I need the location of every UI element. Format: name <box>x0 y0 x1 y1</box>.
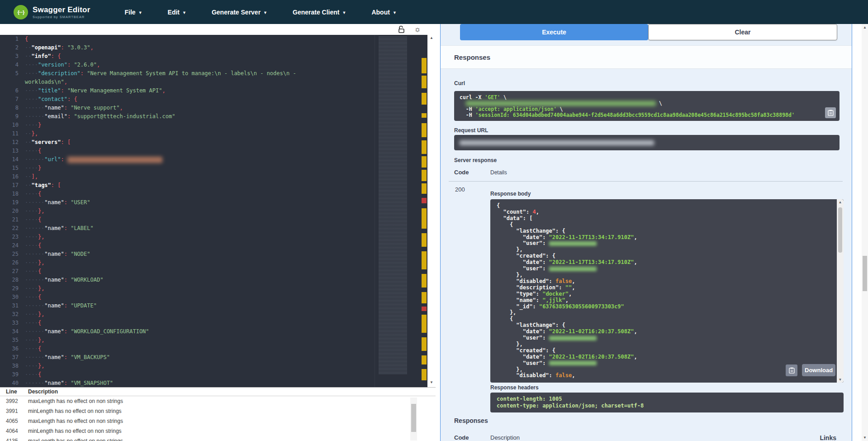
code-line[interactable]: 31······"name": "UPDATE" <box>0 302 375 310</box>
code-line[interactable]: 2··"openapi": "3.0.3", <box>0 43 375 52</box>
warning-mark <box>422 76 427 88</box>
code-line[interactable]: 35····}, <box>0 336 375 345</box>
menu-about[interactable]: About▼ <box>359 4 409 20</box>
response-body-line: "user": <box>497 266 833 272</box>
code-line[interactable]: 34······"name": "WORKLOAD_CONFIGURATION" <box>0 327 375 336</box>
code-line[interactable]: 37······"name": "VM_BACKUPS" <box>0 353 375 362</box>
line-number: 1 <box>0 35 25 43</box>
code-text: ····}, <box>25 362 375 370</box>
line-number: 27 <box>0 267 25 276</box>
code-line[interactable]: 12··"servers": [ <box>0 138 375 147</box>
response-body-scrollbar[interactable]: ▲ ▼ <box>837 199 844 383</box>
code-text: ··"info": { <box>25 52 375 61</box>
scroll-down-icon[interactable]: ▼ <box>427 380 436 384</box>
page-scroll-up-icon[interactable]: ▲ <box>862 25 868 29</box>
response-scroll-down-icon[interactable]: ▼ <box>837 378 844 382</box>
response-headers-block: content-length: 1005 content-type: appli… <box>490 393 844 412</box>
response-body-block[interactable]: { "count": 4, "data": [ { "lastChange": … <box>490 199 844 383</box>
menu-generate-server[interactable]: Generate Server▼ <box>199 4 280 20</box>
response-scroll-thumb[interactable] <box>838 207 842 253</box>
execute-button[interactable]: Execute <box>460 24 648 40</box>
line-number: 32 <box>0 310 25 319</box>
code-line[interactable]: 11··}, <box>0 129 375 138</box>
code-line[interactable]: 19······"name": "USER" <box>0 198 375 207</box>
code-line[interactable]: 4····"version": "2.6.0", <box>0 61 375 69</box>
code-line[interactable]: 30····{ <box>0 293 375 302</box>
code-line[interactable]: 3··"info": { <box>0 52 375 61</box>
code-line[interactable]: 5····"description": "Nerve Management Sy… <box>0 69 375 78</box>
editor-toolbar: ☼ <box>0 24 427 35</box>
editor-scrollbar[interactable]: ▲ ▼ ▼ <box>427 35 436 441</box>
response-body-line: "type": "docker", <box>497 291 833 297</box>
code-lines: 1{2··"openapi": "3.0.3",3··"info": {4···… <box>0 35 375 387</box>
page-scrollbar[interactable]: ▲ ▼ <box>862 24 868 441</box>
validation-scrollbar[interactable] <box>410 398 417 441</box>
unlock-icon[interactable] <box>397 25 406 34</box>
code-line[interactable]: 25······"name": "NODE" <box>0 250 375 259</box>
code-line[interactable]: 24····{ <box>0 241 375 250</box>
code-line[interactable]: 22······"name": "LABEL" <box>0 224 375 233</box>
validation-row[interactable]: 4065maxLength has no effect on non strin… <box>0 416 436 426</box>
code-text: ····"title": "Nerve Management System AP… <box>25 86 375 95</box>
code-line[interactable]: 38····}, <box>0 362 375 370</box>
menu-file[interactable]: File▼ <box>112 4 155 20</box>
code-line[interactable]: 21····{ <box>0 216 375 224</box>
code-line[interactable]: 18····{ <box>0 190 375 198</box>
code-line[interactable]: 27····{ <box>0 267 375 276</box>
theme-brightness-icon[interactable]: ☼ <box>413 25 422 34</box>
line-number: 36 <box>0 345 25 353</box>
line-number: 33 <box>0 319 25 327</box>
code-line[interactable]: 10····} <box>0 121 375 129</box>
code-line[interactable]: 32····}, <box>0 310 375 319</box>
code-line[interactable]: 28······"name": "WORKLOAD" <box>0 276 375 284</box>
line-number: 23 <box>0 233 25 241</box>
response-body-line: }, <box>497 272 833 278</box>
validation-row[interactable]: 4135maxLength has no effect on non strin… <box>0 436 436 441</box>
code-line[interactable]: 6····"title": "Nerve Management System A… <box>0 86 375 95</box>
code-editor[interactable]: 1{2··"openapi": "3.0.3",3··"info": {4···… <box>0 35 427 387</box>
code-line[interactable]: 39····{ <box>0 370 375 379</box>
page-scroll-thumb[interactable] <box>863 256 867 291</box>
code-line[interactable]: 15····} <box>0 164 375 173</box>
code-line[interactable]: workloads\n", <box>0 78 375 86</box>
code-line[interactable]: 40······"name": "VM_SNAPSHOT" <box>0 379 375 387</box>
menu-generate-client[interactable]: Generate Client▼ <box>280 4 359 20</box>
copy-response-icon[interactable] <box>786 364 797 376</box>
validation-scroll-thumb[interactable] <box>411 404 416 432</box>
code-line[interactable]: 23····}, <box>0 233 375 241</box>
download-button[interactable]: Download <box>802 364 835 376</box>
code-line[interactable]: 36····{ <box>0 345 375 353</box>
code-line[interactable]: 9······"email": "support@tttech-industri… <box>0 112 375 121</box>
validation-row[interactable]: 3991minLength has no effect on non strin… <box>0 406 436 416</box>
code-line[interactable]: 26····}, <box>0 259 375 267</box>
code-line[interactable]: 16··], <box>0 173 375 181</box>
code-text: ····{ <box>25 319 375 327</box>
chevron-down-icon: ▼ <box>342 10 346 15</box>
menu-edit[interactable]: Edit▼ <box>155 4 199 20</box>
copy-curl-icon[interactable] <box>825 107 836 118</box>
validation-row[interactable]: 4064minLength has no effect on non strin… <box>0 426 436 436</box>
code-line[interactable]: 14······"url": <box>0 155 375 164</box>
response-scroll-up-icon[interactable]: ▲ <box>837 200 844 204</box>
code-line[interactable]: 1{ <box>0 35 375 43</box>
response-body-line: "created": { <box>497 253 833 259</box>
code-line[interactable]: 33····{ <box>0 319 375 327</box>
response-body-line: "_id": "6376385963055600973303c9" <box>497 304 833 310</box>
line-number: 24 <box>0 241 25 250</box>
curl-command-block[interactable]: curl -X 'GET' \ \ -H 'accept: applicatio… <box>454 91 840 121</box>
validation-row[interactable]: 3992maxLength has no effect on non strin… <box>0 396 436 406</box>
page-scroll-down-icon[interactable]: ▼ <box>862 436 868 440</box>
code-line[interactable]: 17··"tags": [ <box>0 181 375 190</box>
response-body-line: { <box>497 316 833 322</box>
code-line[interactable]: 7····"contact": { <box>0 95 375 104</box>
code-line[interactable]: 13····{ <box>0 147 375 155</box>
code-text: ······"name": "VM_SNAPSHOT" <box>25 379 375 387</box>
code-line[interactable]: 29····}, <box>0 284 375 293</box>
scroll-up-icon[interactable]: ▲ <box>427 36 436 40</box>
clear-button[interactable]: Clear <box>648 24 837 40</box>
response-body-line: { <box>497 222 833 228</box>
line-number: 13 <box>0 147 25 155</box>
code-line[interactable]: 8······"name": "Nerve support", <box>0 104 375 112</box>
editor-minimap[interactable] <box>375 35 421 387</box>
code-line[interactable]: 20····}, <box>0 207 375 216</box>
